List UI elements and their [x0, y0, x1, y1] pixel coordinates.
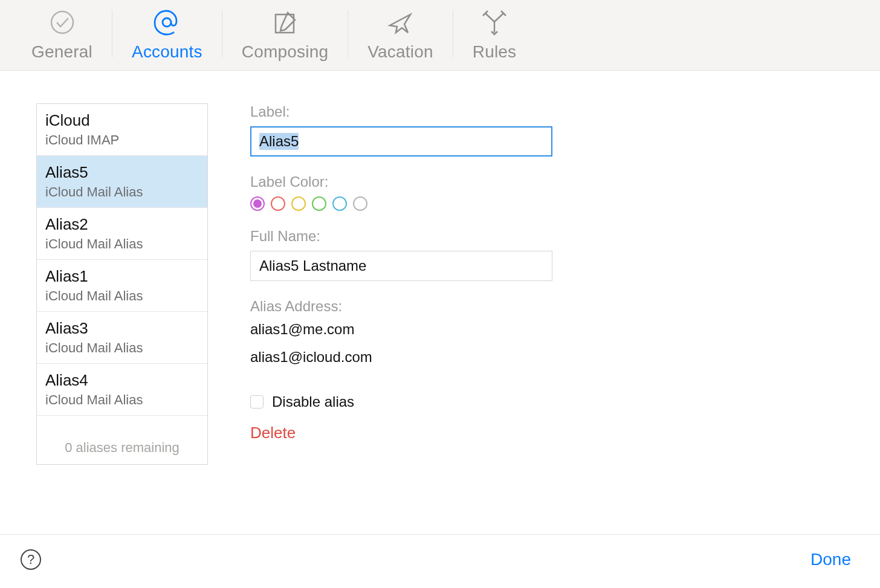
tab-label: Vacation [367, 42, 433, 62]
divider [453, 10, 453, 57]
account-item-alias4[interactable]: Alias4 iCloud Mail Alias [37, 364, 207, 416]
color-swatch-red[interactable] [271, 196, 285, 211]
delete-alias-button[interactable]: Delete [250, 424, 565, 442]
accounts-pane: iCloud iCloud IMAP Alias5 iCloud Mail Al… [0, 71, 880, 465]
preferences-tabbar: General Accounts Composing Vacation [0, 0, 880, 71]
account-subtitle: iCloud Mail Alias [45, 392, 199, 408]
tab-label: Rules [473, 42, 517, 62]
account-item-alias1[interactable]: Alias1 iCloud Mail Alias [37, 260, 207, 312]
account-list: iCloud iCloud IMAP Alias5 iCloud Mail Al… [36, 103, 208, 465]
alias-address-caption: Alias Address: [250, 298, 565, 315]
tab-rules[interactable]: Rules [455, 6, 535, 62]
tab-vacation[interactable]: Vacation [349, 6, 451, 62]
account-title: Alias2 [45, 215, 199, 234]
color-swatch-gray[interactable] [353, 196, 367, 211]
tab-label: Composing [242, 42, 328, 62]
svg-point-1 [163, 18, 171, 27]
arrows-split-icon [480, 6, 508, 39]
divider [222, 10, 222, 57]
account-subtitle: iCloud Mail Alias [45, 288, 199, 304]
alias-address-2: alias1@icloud.com [250, 349, 565, 366]
checkmark-circle-icon [49, 6, 76, 39]
tab-composing[interactable]: Composing [224, 6, 346, 62]
disable-alias-row: Disable alias [250, 393, 565, 410]
account-subtitle: iCloud Mail Alias [45, 236, 199, 252]
color-swatches [250, 196, 565, 211]
disable-alias-checkbox[interactable] [250, 395, 264, 409]
footer: ? Done [0, 534, 880, 570]
aliases-remaining: 0 aliases remaining [37, 416, 207, 464]
question-icon: ? [27, 552, 34, 567]
account-item-alias3[interactable]: Alias3 iCloud Mail Alias [37, 312, 207, 364]
compose-icon [272, 6, 299, 39]
done-button[interactable]: Done [810, 550, 851, 569]
alias-detail: Label: Label Color: Full Name: Alias Add… [250, 103, 565, 465]
tab-label: Accounts [132, 42, 202, 62]
help-button[interactable]: ? [21, 549, 41, 570]
airplane-icon [386, 6, 414, 39]
fullname-caption: Full Name: [250, 228, 565, 245]
account-subtitle: iCloud IMAP [45, 132, 199, 148]
account-subtitle: iCloud Mail Alias [45, 340, 199, 356]
tab-accounts[interactable]: Accounts [114, 6, 221, 62]
alias-address-1: alias1@me.com [250, 321, 565, 338]
tab-general[interactable]: General [13, 6, 111, 62]
account-subtitle: iCloud Mail Alias [45, 184, 199, 200]
at-sign-icon [152, 6, 181, 39]
disable-alias-label: Disable alias [272, 393, 354, 410]
account-item-alias2[interactable]: Alias2 iCloud Mail Alias [37, 208, 207, 260]
account-title: Alias5 [45, 163, 199, 182]
svg-point-0 [51, 11, 73, 33]
color-swatch-blue[interactable] [332, 196, 347, 211]
account-title: Alias3 [45, 319, 199, 338]
divider [112, 10, 112, 57]
label-field-caption: Label: [250, 103, 565, 120]
tab-label: General [31, 42, 92, 62]
account-title: Alias1 [45, 267, 199, 286]
label-input[interactable] [250, 126, 552, 157]
color-swatch-yellow[interactable] [291, 196, 306, 211]
divider [348, 10, 348, 57]
account-title: Alias4 [45, 371, 199, 390]
color-swatch-purple[interactable] [250, 196, 265, 211]
fullname-input[interactable] [250, 251, 552, 281]
account-title: iCloud [45, 111, 199, 130]
color-swatch-green[interactable] [312, 196, 326, 211]
label-color-caption: Label Color: [250, 173, 565, 190]
account-item-icloud[interactable]: iCloud iCloud IMAP [37, 104, 207, 156]
account-item-alias5[interactable]: Alias5 iCloud Mail Alias [37, 156, 207, 208]
